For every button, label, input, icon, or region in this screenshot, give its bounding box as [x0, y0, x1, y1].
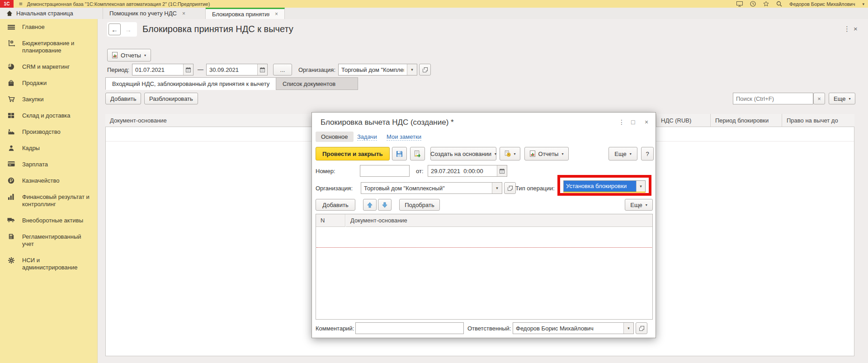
- responsible-open-button[interactable]: [636, 322, 647, 334]
- tab-close-icon[interactable]: ×: [275, 11, 278, 17]
- dialog-add-button[interactable]: Добавить: [316, 199, 355, 211]
- help-button[interactable]: ?: [641, 147, 654, 160]
- column-header-vat[interactable]: НДС (RUB): [656, 114, 710, 127]
- date-input[interactable]: [428, 165, 497, 176]
- search-icon[interactable]: [776, 1, 782, 7]
- sidebar-item-regulated[interactable]: Регламентированный учет: [0, 229, 97, 252]
- column-header-n[interactable]: N: [316, 214, 345, 227]
- dialog-tab-main[interactable]: Основное: [316, 132, 354, 142]
- dropdown-icon[interactable]: ▾: [407, 64, 417, 75]
- period-label: Период:: [107, 66, 129, 73]
- sidebar-item-finance[interactable]: Финансовый результат и контроллинг: [0, 189, 97, 212]
- presentation-icon[interactable]: [736, 1, 743, 7]
- list-more-button[interactable]: Еще ▾: [829, 93, 855, 104]
- create-based-on-button[interactable]: Создать на основании ▾: [430, 147, 496, 160]
- period-to-input[interactable]: [207, 64, 257, 75]
- comment-input[interactable]: [356, 323, 463, 334]
- period-dash: —: [198, 66, 203, 73]
- post-document-button[interactable]: [410, 147, 425, 160]
- search-input[interactable]: [733, 93, 813, 104]
- sidebar-item-hr[interactable]: Кадры: [0, 140, 97, 156]
- organization-label: Организация:: [298, 66, 335, 73]
- user-menu-caret-icon[interactable]: ▾: [862, 2, 864, 6]
- search-clear-button[interactable]: ×: [813, 93, 825, 104]
- post-and-close-button[interactable]: Провести и закрыть: [316, 147, 390, 160]
- current-user[interactable]: Федоров Борис Михайлович: [789, 1, 855, 7]
- dialog-maximize-icon[interactable]: □: [631, 118, 635, 126]
- dropdown-icon[interactable]: ▾: [623, 323, 633, 334]
- sidebar-item-sales[interactable]: Продажи: [0, 75, 97, 91]
- sidebar-item-admin[interactable]: НСИ и администрирование: [0, 252, 97, 276]
- move-down-button[interactable]: [378, 199, 392, 211]
- dialog-tab-notes[interactable]: Мои заметки: [387, 133, 421, 141]
- dialog-organization-input[interactable]: [361, 183, 492, 193]
- operation-type-field[interactable]: Установка блокировки ▾: [563, 180, 646, 193]
- add-button[interactable]: Добавить: [105, 93, 141, 104]
- tab-home[interactable]: Начальная страница: [0, 8, 103, 19]
- forward-button[interactable]: →: [122, 24, 134, 35]
- sidebar-item-assets[interactable]: Внеоборотные активы: [0, 212, 97, 229]
- period-from-field[interactable]: [132, 64, 193, 75]
- responsible-field[interactable]: ▾: [513, 322, 634, 334]
- calendar-icon[interactable]: [183, 64, 193, 75]
- dialog-tab-tasks[interactable]: Задачи: [357, 133, 377, 141]
- save-button[interactable]: [392, 147, 407, 160]
- column-header-deduction-right[interactable]: Право на вычет до: [782, 114, 854, 127]
- back-button[interactable]: ←: [108, 24, 121, 35]
- reports-button[interactable]: Отчеты ▾: [107, 49, 151, 61]
- sidebar-item-treasury[interactable]: Казначейство: [0, 173, 97, 189]
- page-more-icon[interactable]: ⋮: [844, 25, 850, 33]
- history-icon[interactable]: [750, 1, 756, 7]
- period-choice-button[interactable]: ...: [273, 64, 292, 75]
- number-input[interactable]: [360, 165, 409, 176]
- main-menu-icon[interactable]: ≡: [19, 0, 23, 7]
- comment-field[interactable]: [355, 322, 464, 334]
- period-to-field[interactable]: [206, 64, 268, 75]
- pick-button[interactable]: Подобрать: [399, 199, 440, 211]
- calendar-icon[interactable]: [257, 64, 267, 75]
- dialog-list-more-button[interactable]: Еще ▾: [625, 199, 653, 211]
- dialog-organization-field[interactable]: ▾: [361, 182, 502, 194]
- date-field[interactable]: [428, 165, 507, 177]
- number-field[interactable]: [360, 165, 410, 177]
- sidebar-item-main[interactable]: Главное: [0, 19, 97, 35]
- dialog-reports-button[interactable]: Отчеты ▾: [524, 147, 569, 160]
- move-up-button[interactable]: [363, 199, 377, 211]
- dialog-organization-open-button[interactable]: [504, 182, 516, 194]
- unblock-button[interactable]: Разблокировать: [144, 93, 198, 104]
- tab-vat-block[interactable]: Блокировка принятия НДС к вычету ×: [206, 8, 285, 19]
- dropdown-icon[interactable]: ▾: [636, 181, 645, 192]
- basis-documents-table[interactable]: N Документ-основание: [316, 214, 653, 320]
- dropdown-icon[interactable]: ▾: [492, 183, 502, 193]
- column-header-block-period[interactable]: Период блокировки: [710, 114, 782, 127]
- sidebar-item-production[interactable]: Производство: [0, 124, 97, 140]
- sidebar-item-budgeting[interactable]: Бюджетирование и планирование: [0, 35, 97, 59]
- search-field[interactable]: [733, 93, 813, 104]
- admin-gear-icon: [7, 257, 15, 271]
- favorites-icon[interactable]: [763, 1, 769, 7]
- view-tab-documents[interactable]: Список документов: [276, 77, 358, 90]
- responsible-input[interactable]: [513, 323, 623, 334]
- sidebar-item-purchases[interactable]: Закупки: [0, 91, 97, 108]
- sidebar-item-crm[interactable]: CRM и маркетинг: [0, 59, 97, 75]
- organization-field[interactable]: ▾: [338, 64, 417, 75]
- organization-input[interactable]: [339, 64, 407, 75]
- period-from-input[interactable]: [132, 64, 183, 75]
- calendar-icon[interactable]: [497, 165, 507, 176]
- tab-vat-assistant[interactable]: Помощник по учету НДС ×: [103, 8, 206, 19]
- page-close-icon[interactable]: ×: [854, 25, 858, 33]
- column-header-basis-document[interactable]: Документ-основание: [346, 214, 652, 227]
- assets-icon: [7, 217, 15, 224]
- operation-type-value[interactable]: Установка блокировки: [564, 181, 636, 192]
- reminder-button[interactable]: ▾: [500, 147, 520, 160]
- tab-close-icon[interactable]: ×: [182, 10, 185, 17]
- dialog-more-button[interactable]: Еще ▾: [609, 147, 637, 160]
- view-tab-blocked-vat[interactable]: Входящий НДС, заблокированный для принят…: [105, 77, 276, 90]
- salary-icon: [7, 161, 15, 168]
- sidebar-item-salary[interactable]: Зарплата: [0, 156, 97, 173]
- dialog-close-icon[interactable]: ×: [645, 118, 648, 126]
- organization-open-button[interactable]: [419, 64, 431, 75]
- sidebar-item-warehouse[interactable]: Склад и доставка: [0, 108, 97, 124]
- dialog-more-icon[interactable]: ⋮: [618, 118, 625, 126]
- sales-icon: [7, 80, 15, 87]
